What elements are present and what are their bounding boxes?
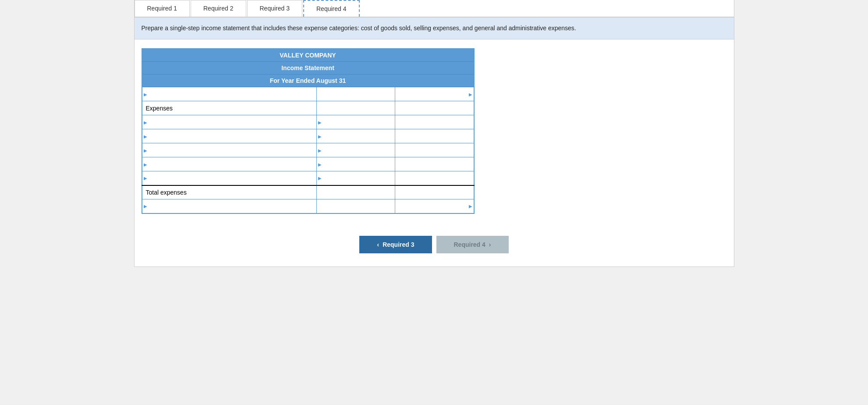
- table-row-total: Total expenses: [142, 185, 474, 199]
- row6-mid-input[interactable]: [317, 157, 395, 171]
- total-expenses-right[interactable]: [395, 185, 474, 199]
- row5-label-input[interactable]: [142, 143, 317, 157]
- row7-mid-input[interactable]: [317, 171, 395, 185]
- tab-required4-label: Required 4: [316, 5, 347, 12]
- total-expenses-mid[interactable]: [317, 185, 395, 199]
- table-row: [142, 87, 474, 101]
- row7-label-input[interactable]: [142, 171, 317, 185]
- row3-right-input[interactable]: [395, 115, 474, 129]
- nav-buttons: ‹ Required 3 Required 4 ›: [135, 227, 734, 266]
- expenses-mid[interactable]: [317, 101, 395, 115]
- total-expenses-label: Total expenses: [142, 185, 317, 199]
- prev-button[interactable]: ‹ Required 3: [359, 236, 432, 253]
- row3-label-input[interactable]: [142, 115, 317, 129]
- tab-required3[interactable]: Required 3: [247, 0, 303, 17]
- row7-right-input[interactable]: [395, 171, 474, 185]
- tab-required4[interactable]: Required 4: [303, 0, 360, 17]
- row1-mid-input[interactable]: [317, 87, 395, 101]
- row6-right-input[interactable]: [395, 157, 474, 171]
- instructions-box: Prepare a single-step income statement t…: [135, 18, 734, 39]
- row4-mid-input[interactable]: [317, 129, 395, 143]
- statement-type: Income Statement: [142, 62, 474, 75]
- table-row: [142, 129, 474, 143]
- tab-required2[interactable]: Required 2: [191, 0, 246, 17]
- next-button[interactable]: Required 4 ›: [436, 236, 509, 253]
- row5-mid-input[interactable]: [317, 143, 395, 157]
- next-chevron: ›: [489, 241, 491, 248]
- table-row: [142, 157, 474, 171]
- expenses-right[interactable]: [395, 101, 474, 115]
- table-header-company: VALLEY COMPANY: [142, 49, 474, 62]
- last-mid-input[interactable]: [317, 199, 395, 213]
- row6-label-input[interactable]: [142, 157, 317, 171]
- prev-label: Required 3: [383, 241, 414, 248]
- table-row: [142, 171, 474, 185]
- table-area: VALLEY COMPANY Income Statement For Year…: [135, 39, 734, 227]
- last-right-input[interactable]: [395, 199, 474, 213]
- tab-required3-label: Required 3: [260, 5, 290, 12]
- row3-mid-input[interactable]: [317, 115, 395, 129]
- tab-required1-label: Required 1: [147, 5, 177, 12]
- statement-period: For Year Ended August 31: [142, 75, 474, 87]
- table-header-period: For Year Ended August 31: [142, 75, 474, 87]
- tabs-row: Required 1 Required 2 Required 3 Require…: [135, 0, 734, 18]
- table-row: [142, 143, 474, 157]
- expenses-label: Expenses: [142, 101, 317, 115]
- row1-label-input[interactable]: [142, 87, 317, 101]
- table-row-expenses: Expenses: [142, 101, 474, 115]
- income-statement-table: VALLEY COMPANY Income Statement For Year…: [142, 48, 475, 214]
- instructions-text: Prepare a single-step income statement t…: [142, 25, 576, 32]
- table-row: [142, 115, 474, 129]
- last-label-input[interactable]: [142, 199, 317, 213]
- table-row-last: [142, 199, 474, 213]
- row5-right-input[interactable]: [395, 143, 474, 157]
- row4-right-input[interactable]: [395, 129, 474, 143]
- row1-right-input[interactable]: [395, 87, 474, 101]
- tab-required2-label: Required 2: [203, 5, 234, 12]
- table-header-statement: Income Statement: [142, 62, 474, 75]
- next-label: Required 4: [454, 241, 485, 248]
- company-name: VALLEY COMPANY: [142, 49, 474, 62]
- row4-label-input[interactable]: [142, 129, 317, 143]
- prev-chevron: ‹: [377, 241, 379, 248]
- tab-required1[interactable]: Required 1: [135, 0, 190, 17]
